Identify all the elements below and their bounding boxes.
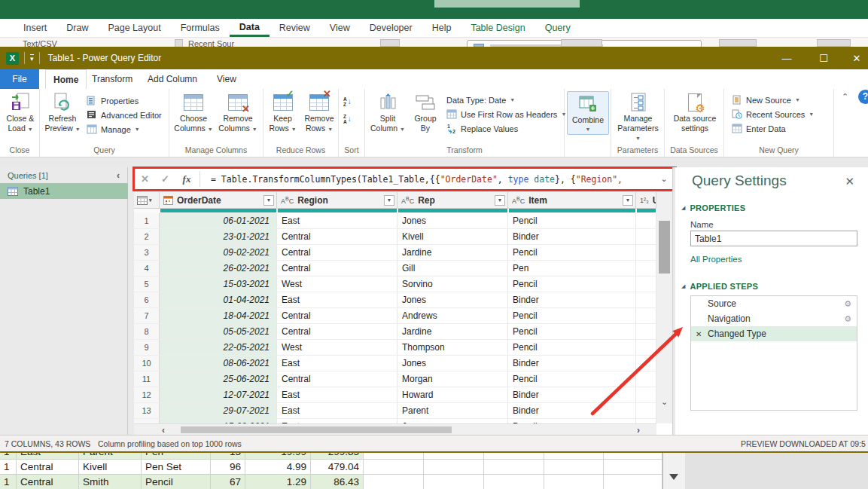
cell-region[interactable]: Central [17, 475, 79, 489]
cell-rep[interactable]: Kivell [79, 460, 142, 475]
excel-tab-help[interactable]: Help [422, 19, 461, 37]
cell-rep[interactable]: Thompson [397, 340, 508, 356]
excel-tab-table-design[interactable]: Table Design [461, 19, 535, 37]
cell-rep[interactable]: Sorvino [397, 277, 508, 292]
group-by-button[interactable]: Group By [409, 91, 442, 133]
cell-item[interactable]: Binder [508, 403, 636, 419]
cell-rep[interactable]: Andrews [397, 308, 508, 324]
cell-units-clipped[interactable] [636, 356, 656, 371]
scroll-down-icon[interactable] [669, 474, 678, 480]
cell-units-clipped[interactable] [636, 261, 656, 277]
row-number[interactable]: 11 [134, 371, 160, 387]
close-panel-icon[interactable]: ✕ [845, 175, 854, 188]
cell-region[interactable]: East [17, 453, 79, 460]
pq-tab-home[interactable]: Home [45, 69, 87, 89]
pq-tab-add-column[interactable]: Add Column [140, 69, 205, 89]
query-name-input[interactable] [690, 231, 857, 246]
row-number[interactable]: 1 [134, 213, 160, 229]
row-number[interactable]: 10 [134, 356, 160, 371]
cell-rep[interactable]: Parent [79, 453, 142, 460]
data-type-button[interactable]: Data Type: Date ▼ [446, 93, 515, 107]
help-button[interactable]: ? [858, 90, 868, 104]
cell-orderdate[interactable]: 12-07-2021 [160, 387, 277, 403]
formula-cancel-icon[interactable]: ✕ [135, 173, 155, 185]
cell-units[interactable]: 15 [211, 453, 245, 460]
keep-rows-button[interactable]: ✓ Keep Rows ▼ [266, 91, 300, 134]
excel-tab-draw[interactable]: Draw [56, 19, 98, 37]
cell-item[interactable]: Binder [508, 229, 636, 245]
excel-tab-page-layout[interactable]: Page Layout [98, 19, 170, 37]
excel-vertical-scrollbar[interactable] [662, 453, 685, 489]
cell-item[interactable]: Binder [508, 292, 636, 308]
cell-units-clipped[interactable] [636, 387, 656, 403]
column-header-item[interactable]: ABC Item ▼ [508, 192, 636, 209]
pq-tab-transform[interactable]: Transform [84, 69, 140, 89]
cell-region[interactable]: Central [277, 245, 397, 261]
cell-region[interactable]: Central [277, 371, 397, 387]
maximize-button[interactable]: ☐ [812, 47, 835, 69]
cell-rep[interactable]: Howard [397, 387, 508, 403]
cell-region[interactable]: Central [277, 261, 397, 277]
excel-tab-review[interactable]: Review [270, 19, 320, 37]
filter-dropdown-icon[interactable]: ▼ [263, 195, 274, 206]
cell-unit-cost[interactable]: 4.99 [245, 460, 311, 475]
row-number[interactable]: 3 [134, 245, 160, 261]
remove-columns-button[interactable]: ✕ Remove Columns ▼ [216, 91, 260, 134]
replace-values-button[interactable]: 12 Replace Values [446, 121, 518, 136]
close-button[interactable]: ✕ [845, 47, 868, 69]
cell-item[interactable]: Pencil [508, 340, 636, 356]
row-number[interactable]: 13 [134, 403, 160, 419]
cell-unit-cost[interactable]: 1.29 [245, 475, 311, 489]
cell-item[interactable]: Pen [142, 453, 211, 460]
scroll-left-icon[interactable]: ‹ [162, 425, 165, 436]
cell-region[interactable]: Central [277, 324, 397, 340]
minimize-button[interactable]: — [775, 47, 798, 69]
scrollbar-thumb[interactable] [659, 221, 670, 274]
row-number[interactable]: 8 [134, 324, 160, 340]
cell-date-clipped[interactable]: 1 [0, 460, 17, 475]
row-number[interactable]: 5 [134, 277, 160, 292]
cell-orderdate[interactable]: 25-06-2021 [160, 371, 277, 387]
cell-total[interactable]: 86.43 [311, 475, 364, 489]
cell-item[interactable]: Pencil [142, 475, 211, 489]
choose-columns-button[interactable]: Choose Columns ▼ [172, 91, 215, 134]
cell-region[interactable]: East [277, 213, 397, 229]
cell-region[interactable]: Central [277, 229, 397, 245]
cell-unit-cost[interactable]: 19.99 [245, 453, 311, 460]
scrollbar-thumb[interactable] [181, 426, 452, 433]
close-and-load-button[interactable]: Close & Load ▼ [3, 91, 38, 134]
excel-tab-insert[interactable]: Insert [14, 19, 56, 37]
properties-section-header[interactable]: ◢ PROPERTIES [681, 203, 745, 212]
cell-item[interactable]: Binder [508, 387, 636, 403]
cell-orderdate[interactable]: 29-07-2021 [160, 403, 277, 419]
cell-units-clipped[interactable] [636, 324, 656, 340]
excel-tab-query[interactable]: Query [535, 19, 580, 37]
gear-icon[interactable]: ⚙ [844, 299, 851, 309]
grid-select-all-corner[interactable]: ▾ [134, 192, 160, 209]
cell-rep[interactable]: Gill [397, 261, 508, 277]
manage-button[interactable]: Manage ▼ [87, 122, 140, 136]
cell-rep[interactable]: Morgan [397, 371, 508, 387]
scroll-right-icon[interactable]: › [637, 425, 640, 436]
cell-region[interactable]: Central [17, 460, 79, 475]
remove-rows-button[interactable]: ✕ Remove Rows ▼ [301, 91, 337, 134]
cell-orderdate[interactable]: 22-05-2021 [160, 340, 277, 356]
row-number[interactable]: 12 [134, 387, 160, 403]
properties-button[interactable]: Properties [87, 93, 139, 108]
cell-orderdate[interactable]: 05-05-2021 [160, 324, 277, 340]
cell-rep[interactable]: Parent [397, 403, 508, 419]
cell-region[interactable]: East [277, 356, 397, 371]
recent-sources-button[interactable]: Recent Sources ▼ [732, 107, 814, 121]
cell-orderdate[interactable]: 06-01-2021 [160, 213, 277, 229]
cell-item[interactable]: Pen [508, 261, 636, 277]
cell-orderdate[interactable]: 18-04-2021 [160, 308, 277, 324]
cell-region[interactable]: West [277, 277, 397, 292]
cell-date-clipped[interactable]: 1 [0, 475, 17, 489]
cell-total[interactable]: 299.85 [311, 453, 364, 460]
sort-descending-button[interactable]: ZA↓ [343, 112, 352, 126]
cell-orderdate[interactable]: 26-02-2021 [160, 261, 277, 277]
cell-units-clipped[interactable] [636, 308, 656, 324]
pq-tab-file[interactable]: File [0, 69, 39, 89]
pq-tab-view[interactable]: View [209, 69, 244, 89]
column-header-units-clipped[interactable]: 1²₃ Uni [636, 192, 656, 209]
